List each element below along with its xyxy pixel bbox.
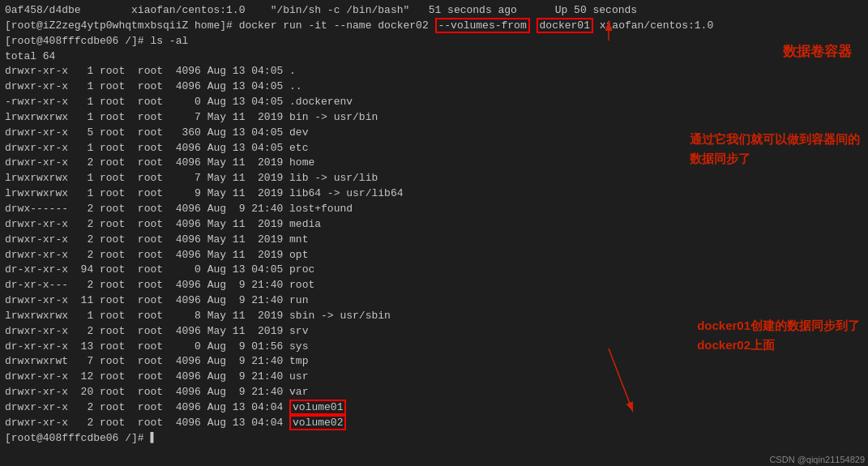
terminal-line: [root@408fffcdbe06 /]# ls -al xyxy=(5,34,863,49)
terminal-line: drwxr-xr-x 2 root root 4096 May 11 2019 … xyxy=(5,217,863,233)
terminal-line: drwxr-xr-x 20 root root 4096 Aug 9 21:40… xyxy=(5,385,863,400)
terminal-line: total 64 xyxy=(5,49,863,65)
terminal-line: lrwxrwxrwx 1 root root 8 May 11 2019 sbi… xyxy=(5,309,863,324)
terminal-line: drwxr-xr-x 11 root root 4096 Aug 9 21:40… xyxy=(5,293,863,309)
terminal-line: drwxrwxrwt 7 root root 4096 Aug 9 21:40 … xyxy=(5,354,863,370)
terminal-line: drwxr-xr-x 2 root root 4096 Aug 13 04:04… xyxy=(5,416,863,431)
watermark: CSDN @qiqin21154829 xyxy=(769,455,865,464)
terminal-line: drwxr-xr-x 2 root root 4096 May 11 2019 … xyxy=(5,233,863,248)
terminal-line: drwxr-xr-x 2 root root 4096 May 11 2019 … xyxy=(5,156,863,171)
terminal-line: [root@408fffcdbe06 /]# ▌ xyxy=(5,431,863,447)
terminal-line: drwxr-xr-x 5 root root 360 Aug 13 04:05 … xyxy=(5,126,863,141)
terminal-line: 0af458/d4dbe xiaofan/centos:1.0 "/bin/sh… xyxy=(5,3,863,19)
terminal-line: [root@iZ2zeg4ytp0whqtmxbsqiiZ home]# doc… xyxy=(5,19,863,34)
terminal-window: 0af458/d4dbe xiaofan/centos:1.0 "/bin/sh… xyxy=(0,0,868,466)
terminal-line: lrwxrwxrwx 1 root root 7 May 11 2019 bin… xyxy=(5,110,863,126)
terminal-line: lrwxrwxrwx 1 root root 7 May 11 2019 lib… xyxy=(5,171,863,186)
terminal-line: drwxr-xr-x 2 root root 4096 May 11 2019 … xyxy=(5,248,863,263)
terminal-line: drwx------ 2 root root 4096 Aug 9 21:40 … xyxy=(5,202,863,217)
terminal-line: drwxr-xr-x 2 root root 4096 Aug 13 04:04… xyxy=(5,400,863,416)
terminal-line: dr-xr-xr-x 13 root root 0 Aug 9 01:56 sy… xyxy=(5,340,863,355)
terminal-line: drwxr-xr-x 1 root root 4096 Aug 13 04:05… xyxy=(5,79,863,95)
terminal-line: dr-xr-xr-x 94 root root 0 Aug 13 04:05 p… xyxy=(5,263,863,278)
terminal-line: -rwxr-xr-x 1 root root 0 Aug 13 04:05 .d… xyxy=(5,95,863,110)
terminal-line: lrwxrwxrwx 1 root root 9 May 11 2019 lib… xyxy=(5,186,863,202)
terminal-line: drwxr-xr-x 1 root root 4096 Aug 13 04:05… xyxy=(5,64,863,79)
terminal-line: dr-xr-x--- 2 root root 4096 Aug 9 21:40 … xyxy=(5,278,863,293)
terminal-line: drwxr-xr-x 2 root root 4096 May 11 2019 … xyxy=(5,324,863,340)
terminal-line: drwxr-xr-x 1 root root 4096 Aug 13 04:05… xyxy=(5,141,863,156)
terminal-content: 0af458/d4dbe xiaofan/centos:1.0 "/bin/sh… xyxy=(5,3,863,446)
terminal-line: drwxr-xr-x 12 root root 4096 Aug 9 21:40… xyxy=(5,370,863,385)
